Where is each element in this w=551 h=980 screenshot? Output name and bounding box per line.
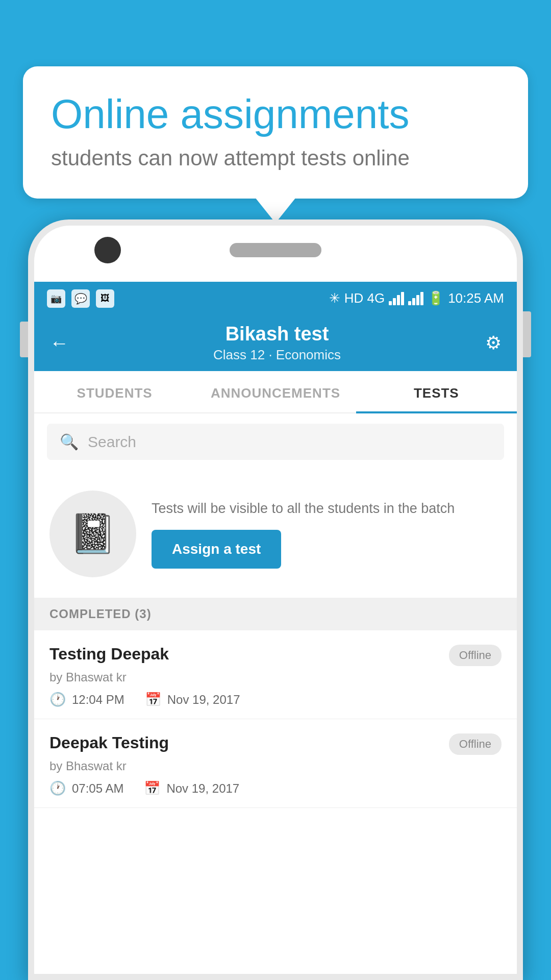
speech-bubble: Online assignments students can now atte… — [23, 66, 528, 199]
status-left: 📷 💬 🖼 — [47, 289, 114, 308]
test-item-header: Deepak Testing Offline — [49, 733, 502, 755]
test-item[interactable]: Testing Deepak Offline by Bhaswat kr 🕐 1… — [34, 630, 517, 719]
tab-students[interactable]: STUDENTS — [34, 371, 195, 412]
clock-icon: 🕐 — [49, 780, 66, 796]
calendar-icon: 📅 — [145, 692, 161, 707]
tab-tests[interactable]: TESTS — [356, 371, 517, 412]
assign-test-button[interactable]: Assign a test — [152, 530, 281, 569]
phone-speaker — [230, 243, 321, 257]
back-button[interactable]: ← — [49, 332, 69, 354]
test-time: 🕐 12:04 PM — [49, 692, 124, 707]
time-value: 12:04 PM — [72, 693, 124, 707]
bubble-title: Online assignments — [51, 92, 500, 137]
signal-bars-2 — [408, 292, 423, 305]
time-label: 10:25 AM — [448, 290, 504, 306]
phone-btn-left — [20, 322, 28, 357]
date-value: Nov 19, 2017 — [166, 781, 239, 796]
status-badge: Offline — [449, 733, 502, 755]
test-item[interactable]: Deepak Testing Offline by Bhaswat kr 🕐 0… — [34, 719, 517, 808]
date-value: Nov 19, 2017 — [167, 693, 240, 707]
app-bar-title: Bikash test Class 12 · Economics — [69, 323, 485, 363]
search-input[interactable]: Search — [88, 433, 136, 451]
search-icon: 🔍 — [60, 433, 79, 451]
phone-btn-right — [523, 311, 531, 357]
assign-content: Tests will be visible to all the student… — [152, 499, 502, 569]
settings-button[interactable]: ⚙ — [485, 332, 502, 354]
class-title: Bikash test — [69, 323, 485, 345]
status-bar: 📷 💬 🖼 ✳ HD 4G — [34, 282, 517, 315]
signal-bars — [389, 292, 404, 305]
time-value: 07:05 AM — [72, 781, 123, 796]
tab-announcements[interactable]: ANNOUNCEMENTS — [195, 371, 356, 412]
test-meta: 🕐 07:05 AM 📅 Nov 19, 2017 — [49, 780, 502, 796]
assign-description: Tests will be visible to all the student… — [152, 499, 502, 519]
test-name: Testing Deepak — [49, 645, 169, 664]
test-author: by Bhaswat kr — [49, 670, 502, 684]
completed-label: COMPLETED (3) — [49, 607, 152, 621]
test-date: 📅 Nov 19, 2017 — [145, 692, 240, 707]
phone-frame: 📷 💬 🖼 ✳ HD 4G — [28, 219, 523, 980]
status-right: ✳ HD 4G 🔋 10:25 AM — [329, 290, 504, 306]
calendar-icon: 📅 — [144, 780, 160, 796]
bubble-subtitle: students can now attempt tests online — [51, 146, 500, 170]
tabs: STUDENTS ANNOUNCEMENTS TESTS — [34, 371, 517, 413]
test-item-header: Testing Deepak Offline — [49, 645, 502, 666]
search-container: 🔍 Search — [34, 413, 517, 470]
battery-icon: 🔋 — [428, 290, 444, 306]
app-bar: ← Bikash test Class 12 · Economics ⚙ — [34, 315, 517, 371]
test-time: 🕐 07:05 AM — [49, 780, 123, 796]
assign-section: 📓 Tests will be visible to all the stude… — [34, 470, 517, 598]
bluetooth-icon: ✳ — [329, 290, 340, 306]
phone-camera — [94, 237, 121, 263]
test-author: by Bhaswat kr — [49, 759, 502, 773]
screen: 📷 💬 🖼 ✳ HD 4G — [34, 282, 517, 974]
completed-section-header: COMPLETED (3) — [34, 598, 517, 630]
phone-inner: 📷 💬 🖼 ✳ HD 4G — [34, 226, 517, 974]
photo-icon: 🖼 — [96, 289, 114, 308]
status-badge: Offline — [449, 645, 502, 666]
test-meta: 🕐 12:04 PM 📅 Nov 19, 2017 — [49, 692, 502, 707]
network-label: HD 4G — [344, 290, 385, 306]
search-bar[interactable]: 🔍 Search — [47, 424, 504, 460]
whatsapp-icon: 💬 — [71, 289, 90, 308]
test-date: 📅 Nov 19, 2017 — [144, 780, 239, 796]
clock-icon: 🕐 — [49, 692, 66, 707]
notebook-circle: 📓 — [49, 491, 136, 577]
notebook-icon: 📓 — [69, 511, 117, 556]
class-subtitle: Class 12 · Economics — [69, 347, 485, 363]
test-name: Deepak Testing — [49, 733, 169, 752]
app1-icon: 📷 — [47, 289, 65, 308]
